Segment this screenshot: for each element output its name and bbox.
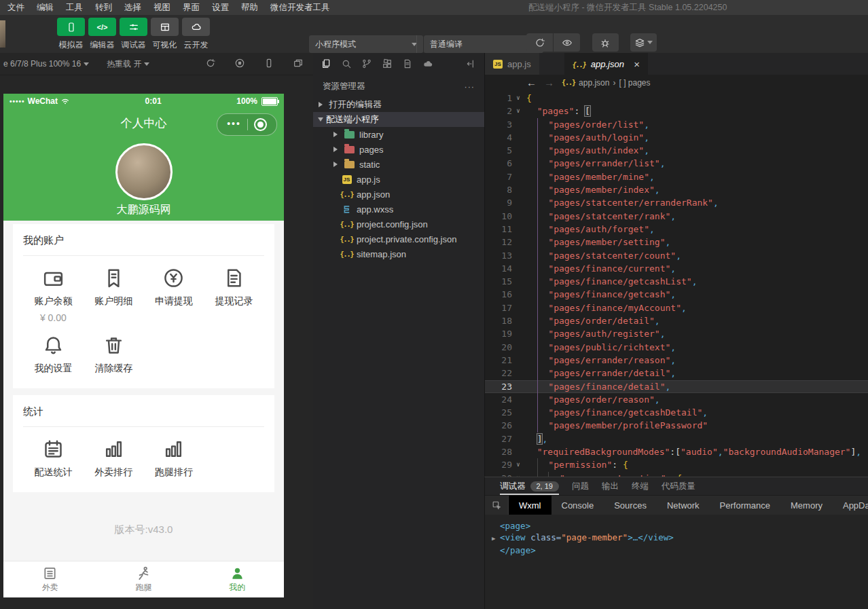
tabbar-item-我的[interactable]: 我的: [190, 561, 284, 597]
code-token: [: [675, 447, 681, 457]
grid-item-跑腿排行[interactable]: 跑腿排行: [144, 438, 204, 479]
toolbar-visual-button[interactable]: 可视化: [151, 18, 179, 51]
grid-item-我的设置[interactable]: 我的设置: [23, 334, 84, 375]
code-token: "pages/order/detail": [548, 316, 655, 326]
toolbar-clouddev-button[interactable]: 云开发: [182, 18, 210, 51]
tree-item-pages[interactable]: pages: [313, 142, 484, 157]
more-actions-icon[interactable]: ···: [465, 82, 475, 92]
fold-chevron-icon[interactable]: ∨: [512, 472, 524, 477]
avatar[interactable]: [115, 143, 173, 200]
tree-section-open-editors[interactable]: 打开的编辑器: [313, 97, 484, 112]
devtools-tab-Sources[interactable]: Sources: [604, 496, 657, 515]
debug-tab-输出[interactable]: 输出: [602, 477, 619, 495]
nav-back-icon[interactable]: ←: [526, 77, 537, 88]
windows-icon[interactable]: [293, 58, 305, 70]
toolbar-editor-button[interactable]: </>编辑器: [88, 18, 116, 51]
search-icon[interactable]: [341, 58, 352, 69]
code-text: "pages/member/mine",: [524, 170, 655, 183]
grid-item-清除缓存[interactable]: 清除缓存: [84, 334, 144, 375]
compile-select[interactable]: 普通编译: [424, 35, 543, 53]
refresh-icon[interactable]: [205, 58, 217, 70]
fold-chevron-icon[interactable]: ∨: [512, 458, 524, 471]
tabbar-item-跑腿[interactable]: 跑腿: [97, 561, 191, 597]
wxml-line[interactable]: ▶<view class="page-member">…</view>: [492, 532, 868, 545]
devtools-tab-Performance[interactable]: Performance: [710, 496, 780, 515]
grid-item-提现记录[interactable]: 提现记录: [204, 267, 264, 323]
tree-item-label: static: [359, 160, 380, 170]
editor-panel[interactable]: JSapp.js{..}app.json× ← → {..} app.json …: [484, 53, 868, 477]
capsule-menu[interactable]: •••: [217, 113, 277, 136]
editor-tab-app.json[interactable]: {..}app.json×: [564, 53, 648, 75]
record-icon[interactable]: [234, 58, 247, 70]
menu-item-微信开发者工具[interactable]: 微信开发者工具: [264, 0, 336, 15]
cloud2-icon[interactable]: [422, 58, 433, 69]
code-area[interactable]: 1∨{2∨ "pages": [3 "pages/order/list",4 "…: [485, 90, 868, 477]
json-icon: {..}: [341, 219, 352, 229]
toolbar-button-label: 调试器: [122, 39, 146, 51]
files-icon[interactable]: [321, 58, 331, 69]
devtools-tab-Console[interactable]: Console: [551, 496, 604, 515]
grid-item-账户明细[interactable]: 账户明细: [84, 267, 144, 323]
mode-select[interactable]: 小程序模式: [309, 35, 423, 53]
grid-item-申请提现[interactable]: 申请提现: [144, 267, 204, 323]
menu-item-转到[interactable]: 转到: [89, 0, 118, 15]
menu-item-选择[interactable]: 选择: [118, 0, 147, 15]
code-token: ,: [660, 158, 666, 168]
menu-item-工具[interactable]: 工具: [60, 0, 89, 15]
code-token: [538, 185, 549, 195]
inspect-icon[interactable]: [485, 496, 509, 515]
code-token: [526, 224, 537, 234]
grid-item-外卖排行[interactable]: 外卖排行: [84, 438, 144, 479]
close-target-icon[interactable]: [254, 118, 267, 131]
tree-item-library[interactable]: library: [313, 127, 484, 142]
devtools-tab-AppData[interactable]: AppData: [833, 496, 868, 515]
menu-item-视图[interactable]: 视图: [147, 0, 177, 15]
breadcrumb-node[interactable]: [ ] pages: [619, 78, 650, 88]
debug-tab-调试器[interactable]: 调试器2, 19: [500, 477, 559, 495]
tree-item-app.wxss[interactable]: app.wxss: [313, 202, 484, 217]
wxml-tree[interactable]: <page>▶<view class="page-member">…</view…: [485, 515, 868, 609]
tree-section-project[interactable]: 配送端小程序: [313, 112, 484, 127]
grid-item-配送统计[interactable]: 配送统计: [23, 438, 84, 479]
extensions-icon[interactable]: [382, 58, 393, 69]
outline-list-icon[interactable]: [491, 77, 501, 88]
devtools-tab-Wxml[interactable]: Wxml: [509, 496, 551, 515]
breadcrumb-file[interactable]: app.json: [579, 78, 609, 88]
tree-item-app.json[interactable]: {..}app.json: [313, 187, 484, 202]
stats-card-title: 统计: [23, 395, 264, 427]
tree-item-project.config.json[interactable]: {..}project.config.json: [313, 217, 484, 232]
file-tree: 打开的编辑器配送端小程序librarypagesstaticJSapp.js{.…: [313, 97, 484, 261]
fold-chevron-icon[interactable]: ∨: [512, 92, 524, 105]
grid-item-账户余额[interactable]: 账户余额¥ 0.00: [23, 267, 84, 323]
fold-chevron-icon[interactable]: ∨: [512, 105, 524, 117]
editor-tab-app.js[interactable]: JSapp.js: [485, 53, 539, 75]
expand-arrow-icon[interactable]: ▶: [492, 533, 500, 545]
tree-item-project.private.config.json[interactable]: {..}project.private.config.json: [313, 232, 484, 246]
tree-item-app.js[interactable]: JSapp.js: [313, 172, 484, 187]
device-icon[interactable]: [264, 58, 276, 70]
menu-item-文件[interactable]: 文件: [1, 0, 31, 15]
debug-tab-终端[interactable]: 终端: [632, 477, 649, 495]
git-icon[interactable]: [361, 58, 372, 69]
close-icon[interactable]: ×: [634, 58, 640, 70]
toolbar-debugger-button[interactable]: 调试器: [120, 18, 147, 51]
menu-item-界面[interactable]: 界面: [177, 0, 206, 15]
devtools-tab-Memory[interactable]: Memory: [780, 496, 833, 515]
hot-reload-toggle[interactable]: 热重载 开: [107, 58, 149, 70]
tabbar-item-外卖[interactable]: 外卖: [3, 561, 97, 597]
debug-tab-问题[interactable]: 问题: [572, 477, 589, 495]
code-token: [538, 342, 549, 352]
devtools-tab-Network[interactable]: Network: [657, 496, 710, 515]
debug-tab-代码质量[interactable]: 代码质量: [662, 477, 695, 495]
toolbar-simulator-button[interactable]: 模拟器: [57, 18, 85, 51]
menu-item-编辑[interactable]: 编辑: [31, 0, 60, 15]
menu-item-设置[interactable]: 设置: [206, 0, 235, 15]
file-icon[interactable]: [402, 58, 413, 69]
bookmark-icon[interactable]: [509, 77, 519, 88]
collapse-icon[interactable]: [466, 58, 477, 69]
tree-item-static[interactable]: static: [313, 157, 484, 172]
more-dots-icon[interactable]: •••: [227, 120, 241, 127]
tree-item-sitemap.json[interactable]: {..}sitemap.json: [313, 246, 484, 261]
menu-item-帮助[interactable]: 帮助: [235, 0, 264, 15]
device-selector[interactable]: e 6/7/8 Plus 100% 16: [3, 59, 89, 69]
